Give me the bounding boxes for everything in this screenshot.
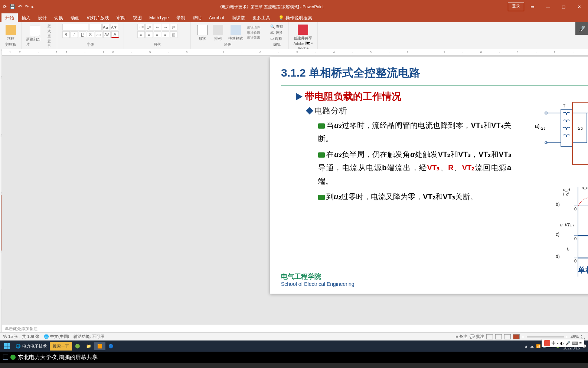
login-button[interactable]: 登录 [508,2,524,11]
taskbar-app-powerpoint[interactable]: 🟧 [94,342,105,350]
italic-button[interactable]: I [71,31,78,38]
bullets-button[interactable]: ⋮≡ [137,24,145,30]
columns-button[interactable]: ▥ [170,31,177,38]
accessibility-indicator[interactable]: 辅助功能: 不可用 [74,334,104,339]
zoom-slider[interactable] [527,336,564,338]
notes-button[interactable]: ≡ 备注 [456,334,467,339]
tell-me-search[interactable]: 💡 操作说明搜索 [278,15,312,21]
shapes-button[interactable]: 形状 [196,24,209,42]
adobe-pdf-button[interactable]: 创建并共享Adobe PDF [292,24,314,46]
ime-half[interactable]: ◐ [560,341,564,346]
font-label: 字体 [87,42,94,47]
shadow-button[interactable]: ab [95,31,102,38]
tab-record[interactable]: 录制 [173,13,189,23]
taskbar-app-3[interactable]: 🔵 [105,342,117,350]
svg-text:u_d: u_d [563,187,570,192]
tab-design[interactable]: 设计 [34,13,50,23]
tab-animation[interactable]: 动画 [67,13,83,23]
tab-rainclass[interactable]: 雨课堂 [228,13,249,23]
start-button[interactable] [1,341,13,351]
tab-mathtype[interactable]: MathType [146,14,173,22]
layout-button[interactable]: 版式 [48,24,54,34]
shape-effects-button[interactable]: 形状效果 [247,35,260,41]
indent-inc-button[interactable]: ⇥ [162,24,169,30]
align-right[interactable]: ≡ [154,31,161,38]
replace-button[interactable]: ab 替换 [270,30,283,36]
slide-canvas-area[interactable]: 3.1.2 单相桥式全控整流电路 东北电力大学 NORTHEAST ELECTR… [2,56,588,325]
share-mic-icon[interactable] [10,355,16,360]
share-square-icon[interactable] [3,355,8,360]
font-size[interactable] [89,24,102,30]
taskbar-app-ie[interactable]: 🌐 电力电子技术 [13,342,50,351]
maximize-button[interactable]: ▢ [556,2,571,11]
redo-icon[interactable]: ↷ [25,4,29,9]
justify[interactable]: ≡ [162,31,169,38]
comments-button[interactable]: 💬 批注 [470,334,484,339]
ime-keyboard-icon[interactable]: ⌨ [572,341,578,346]
font-family[interactable] [62,24,88,30]
svg-text:i₂: i₂ [567,247,569,251]
underline-button[interactable]: U [79,31,86,38]
new-slide-button[interactable]: 新建幻灯片 [24,25,45,48]
bold-button[interactable]: B [62,31,70,38]
decrease-font[interactable]: A▼ [111,24,118,30]
ime-punct[interactable]: • [557,341,559,345]
reading-view-button[interactable] [504,334,511,339]
mute-icon[interactable]: 🎤̸ [575,22,588,35]
taskbar-app-2[interactable]: 📁 [83,342,94,350]
strike-button[interactable]: S [87,31,94,38]
tab-acrobat[interactable]: Acrobat [205,14,228,22]
language-indicator[interactable]: 🌐 中文(中国) [44,334,69,339]
find-button[interactable]: 🔍 查找 [270,24,283,30]
select-button[interactable]: ▭ 选择 [270,36,283,42]
slideshow-view-button[interactable] [513,334,520,339]
save-icon[interactable]: 💾 [10,4,15,9]
paragraph-1: 当u₂过零时，流经晶闸管的电流也降到零，VT₁和VT₄关断。 [318,119,511,145]
tab-more[interactable]: 更多工具 [249,13,274,23]
ime-toolbar[interactable]: 中 • ◐ 🎤 ⌨ ≡ [542,339,584,347]
numbering-button[interactable]: 1≡ [146,24,153,30]
tray-network-icon[interactable]: 📶 [536,344,540,348]
shape-fill-button[interactable]: 形状填充 [247,25,260,30]
taskbar-search[interactable]: 搜索一下 [50,342,72,351]
section-button[interactable]: 节 [48,44,54,49]
ime-mic-icon[interactable]: 🎤 [565,341,571,346]
zoom-in-button[interactable]: + [566,335,568,339]
tab-review[interactable]: 审阅 [113,13,129,23]
align-center[interactable]: ≡ [146,31,153,38]
arrange-button[interactable]: 排列 [211,24,225,42]
line-spacing-button[interactable]: ↕≡ [170,24,177,30]
tray-cloud-icon[interactable]: ☁ [530,344,534,348]
spacing-button[interactable]: AV [103,31,111,38]
normal-view-button[interactable] [486,334,493,339]
tab-slideshow[interactable]: 幻灯片放映 [83,13,113,23]
close-button[interactable]: ✕ [572,2,587,11]
fit-window-button[interactable]: ⛶ [581,335,585,339]
tab-help[interactable]: 帮助 [189,13,205,23]
ribbon-options-icon[interactable]: ▭ [525,2,540,11]
tab-transition[interactable]: 切换 [50,13,67,23]
tab-home[interactable]: 开始 [1,13,18,23]
reset-button[interactable]: 重置 [48,34,54,44]
align-left[interactable]: ≡ [137,31,145,38]
undo-icon[interactable]: ↶ [18,4,22,9]
increase-font[interactable]: A▲ [102,24,110,30]
minimize-button[interactable]: — [540,2,555,11]
tab-insert[interactable]: 插入 [18,13,34,23]
shape-outline-button[interactable]: 形状轮廓 [247,30,260,36]
sorter-view-button[interactable] [495,334,502,339]
quick-style-button[interactable]: 快速样式 [227,24,245,42]
ime-menu-icon[interactable]: ≡ [579,341,582,345]
ime-lang[interactable]: 中 [552,340,556,346]
tray-icon[interactable]: ▲ [524,344,528,348]
indent-dec-button[interactable]: ⇤ [154,24,161,30]
zoom-out-button[interactable]: − [522,335,524,339]
taskbar-app-1[interactable]: 🟢 [72,342,83,350]
tab-view[interactable]: 视图 [129,13,146,23]
zoom-level[interactable]: 48% [571,335,579,339]
svg-text:0: 0 [574,207,576,211]
paste-button[interactable]: 粘贴 [4,24,17,42]
notes-pane[interactable]: 单击此处添加备注 [2,325,588,332]
autosave-icon[interactable]: ⟳ [3,4,7,9]
font-color-button[interactable]: A [111,31,119,38]
